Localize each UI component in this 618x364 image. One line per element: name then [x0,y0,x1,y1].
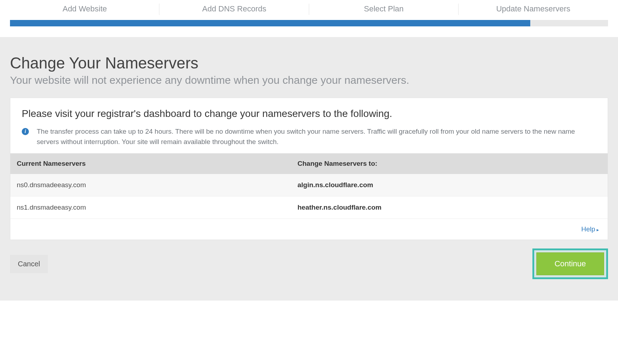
chevron-right-icon: ▸ [597,227,599,232]
page-title: Change Your Nameservers [10,54,608,72]
nameservers-card: Please visit your registrar's dashboard … [10,98,608,240]
continue-button[interactable]: Continue [536,252,604,275]
step-add-dns-records[interactable]: Add DNS Records [159,0,309,20]
stepper: Add Website Add DNS Records Select Plan … [0,0,618,26]
current-ns-cell: ns1.dnsmadeeasy.com [10,196,291,219]
step-add-website[interactable]: Add Website [10,0,159,20]
nameservers-table: Current Nameservers Change Nameservers t… [10,153,608,219]
info-icon: i [22,128,29,135]
col-new-header: Change Nameservers to: [291,153,608,174]
action-bar: Cancel Continue [10,248,608,279]
new-ns-cell: algin.ns.cloudflare.com [291,174,608,196]
table-row: ns0.dnsmadeeasy.com algin.ns.cloudflare.… [10,174,608,196]
step-select-plan[interactable]: Select Plan [309,0,459,20]
table-row: ns1.dnsmadeeasy.com heather.ns.cloudflar… [10,196,608,219]
new-ns-cell: heather.ns.cloudflare.com [291,196,608,219]
info-row: i The transfer process can take up to 24… [22,127,596,147]
info-text: The transfer process can take up to 24 h… [37,127,596,147]
continue-highlight: Continue [532,248,608,279]
progress-bar [10,20,608,26]
cancel-button[interactable]: Cancel [10,255,48,273]
help-link[interactable]: Help▸ [581,225,599,233]
card-heading: Please visit your registrar's dashboard … [22,108,596,119]
help-label: Help [581,225,595,233]
current-ns-cell: ns0.dnsmadeeasy.com [10,174,291,196]
page-subtitle: Your website will not experience any dow… [10,74,608,86]
page-body: Change Your Nameservers Your website wil… [0,37,618,301]
step-update-nameservers[interactable]: Update Nameservers [459,0,608,20]
col-current-header: Current Nameservers [10,153,291,174]
